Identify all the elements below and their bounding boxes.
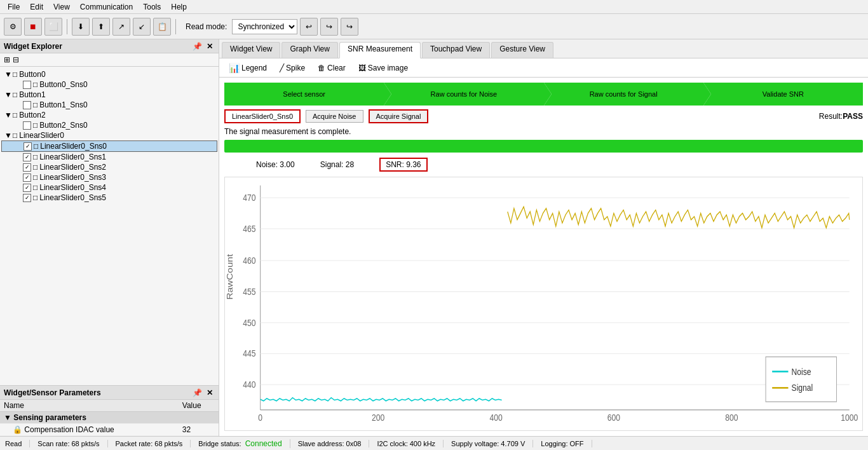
tree-label-ls0: LinearSlider0	[19, 131, 217, 140]
tree-item-ls0_sns1[interactable]: □ LinearSlider0_Sns1	[1, 152, 217, 162]
sensor-name-button[interactable]: LinearSlider0_Sns0	[224, 109, 301, 123]
tree-arrow-btn0[interactable]: ▼	[4, 70, 13, 79]
tree-item-ls0[interactable]: ▼□ LinearSlider0	[1, 130, 217, 140]
up-button[interactable]: ⬆	[92, 18, 110, 36]
tree-item-btn1[interactable]: ▼□ Button1	[1, 90, 217, 100]
tree-item-btn0_sns0[interactable]: □ Button0_Sns0	[1, 79, 217, 90]
params-col-name: Name	[0, 400, 179, 412]
clear-button[interactable]: 🗑 Clear	[313, 62, 350, 74]
tab-graph-view[interactable]: Graph View	[281, 42, 337, 58]
clear-icon: 🗑	[318, 64, 325, 72]
tree-item-ls0_sns0[interactable]: □ LinearSlider0_Sns0	[1, 140, 217, 152]
main-layout: Widget Explorer 📌 ✕ ⊞ ⊟ ▼□ Button0□ Butt…	[0, 39, 868, 436]
close-icon[interactable]: ✕	[205, 41, 215, 51]
down-button[interactable]: ⬇	[72, 18, 90, 36]
save-image-icon: 🖼	[358, 64, 366, 72]
snr-value-text: 9.36	[406, 160, 421, 169]
tree-node-icon-btn1: □	[13, 90, 17, 99]
tab-widget-view[interactable]: Widget View	[222, 42, 280, 58]
tree-label-ls0_sns4: LinearSlider0_Sns4	[39, 183, 217, 192]
tree-label-btn1_sns0: Button1_Sns0	[39, 100, 217, 109]
params-name: Compensation IDAC value	[24, 425, 114, 434]
tree-item-ls0_sns5[interactable]: □ LinearSlider0_Sns5	[1, 193, 217, 203]
params-section-label: Sensing parameters	[13, 413, 86, 422]
expand-all-icon[interactable]: ⊞	[4, 55, 10, 64]
snr-label: SNR:	[386, 160, 404, 169]
step-1: Raw counts for Noise	[384, 83, 543, 106]
tree-item-btn2_sns0[interactable]: □ Button2_Sns0	[1, 120, 217, 130]
legend-label: Legend	[241, 64, 267, 72]
tree-label-ls0_sns0: LinearSlider0_Sns0	[40, 142, 217, 151]
step-0: Select sensor	[224, 83, 384, 106]
export-button[interactable]: ↗	[112, 18, 130, 36]
tree-node-icon-btn1_sns0: □	[33, 100, 37, 109]
status-read: Read	[5, 440, 30, 447]
tree-item-ls0_sns2[interactable]: □ LinearSlider0_Sns2	[1, 162, 217, 172]
tree-item-ls0_sns4[interactable]: □ LinearSlider0_Sns4	[1, 182, 217, 193]
tab-snr-measurement[interactable]: SNR Measurement	[339, 42, 421, 58]
menu-communication[interactable]: Communication	[75, 1, 138, 13]
snr-toolbar: 📊 Legend ╱ Spike 🗑 Clear 🖼 Save image	[219, 58, 868, 78]
save-image-button[interactable]: 🖼 Save image	[354, 62, 412, 74]
tree-checkbox-btn2_sns0[interactable]	[23, 121, 31, 130]
step-2: Raw counts for Signal	[544, 83, 703, 106]
chart-area: 470 465 460 455 450 445 440	[224, 177, 863, 431]
tree-label-btn0_sns0: Button0_Sns0	[39, 80, 217, 89]
tree-toolbar: ⊞ ⊟	[0, 53, 219, 67]
tree-arrow-ls0[interactable]: ▼	[4, 131, 13, 140]
report-button[interactable]: 📋	[153, 18, 171, 36]
tree-checkbox-ls0_sns1[interactable]	[23, 153, 31, 161]
read-mode-select[interactable]: SynchronizedFree Running	[232, 19, 297, 34]
acquire-signal-button[interactable]: Acquire Signal	[369, 109, 429, 123]
params-pin-icon[interactable]: 📌	[192, 388, 202, 398]
tree-arrow-btn2[interactable]: ▼	[4, 111, 13, 119]
menu-view[interactable]: View	[48, 1, 75, 13]
svg-text:Signal: Signal	[792, 382, 813, 393]
params-close-icon[interactable]: ✕	[205, 388, 215, 398]
tree-label-ls0_sns5: LinearSlider0_Sns5	[39, 193, 217, 202]
import-button[interactable]: ↙	[133, 18, 151, 36]
redo-button[interactable]: ↪	[320, 18, 338, 36]
tree-checkbox-ls0_sns5[interactable]	[23, 194, 31, 202]
tree-checkbox-ls0_sns3[interactable]	[23, 174, 31, 182]
signal-value: 28	[346, 160, 354, 169]
menu-edit[interactable]: Edit	[25, 1, 48, 13]
tab-gesture-view[interactable]: Gesture View	[491, 42, 553, 58]
svg-rect-24	[766, 357, 836, 402]
signal-metric: Signal: 28	[320, 160, 354, 169]
metrics-row: Noise: 3.00 Signal: 28 SNR: 9.36	[224, 156, 863, 173]
tree-item-btn2[interactable]: ▼□ Button2	[1, 110, 217, 120]
spike-button[interactable]: ╱ Spike	[275, 62, 309, 74]
status-scan-rate: Scan rate: 68 pkts/s	[30, 440, 107, 447]
acquire-noise-button[interactable]: Acquire Noise	[306, 110, 363, 123]
tree-arrow-btn1[interactable]: ▼	[4, 90, 13, 99]
tree-label-ls0_sns3: LinearSlider0_Sns3	[39, 173, 217, 182]
tree-item-ls0_sns3[interactable]: □ LinearSlider0_Sns3	[1, 172, 217, 182]
pin-icon[interactable]: 📌	[192, 41, 202, 51]
menu-tools[interactable]: Tools	[138, 1, 166, 13]
chart-svg: 470 465 460 455 450 445 440	[225, 177, 862, 430]
tree-node-icon-ls0_sns4: □	[33, 183, 37, 192]
legend-button[interactable]: 📊 Legend	[224, 61, 271, 75]
collapse-all-icon[interactable]: ⊟	[13, 55, 19, 64]
settings-button[interactable]: ⚙	[4, 18, 22, 36]
tree-node-icon-btn0: □	[13, 70, 17, 79]
tree-label-btn2_sns0: Button2_Sns0	[39, 121, 217, 130]
tree-checkbox-btn0_sns0[interactable]	[23, 81, 31, 89]
tree-item-btn1_sns0[interactable]: □ Button1_Sns0	[1, 100, 217, 110]
undo-button[interactable]: ↩	[300, 18, 318, 36]
tree-checkbox-btn1_sns0[interactable]	[23, 101, 31, 109]
params-row: 🔒 Compensation IDAC value 32	[0, 424, 219, 436]
menu-file[interactable]: File	[3, 1, 25, 13]
pause-button[interactable]: ⬜	[44, 18, 62, 36]
left-panel: Widget Explorer 📌 ✕ ⊞ ⊟ ▼□ Button0□ Butt…	[0, 39, 219, 436]
tree-checkbox-ls0_sns2[interactable]	[23, 163, 31, 172]
tree-checkbox-ls0_sns0[interactable]	[24, 142, 32, 151]
menu-help[interactable]: Help	[166, 1, 192, 13]
tree-label-btn1: Button1	[19, 90, 217, 99]
tree-item-btn0[interactable]: ▼□ Button0	[1, 69, 217, 79]
stop-button[interactable]: ⏹	[24, 18, 42, 36]
redo2-button[interactable]: ↪	[341, 18, 358, 36]
tree-checkbox-ls0_sns4[interactable]	[23, 184, 31, 192]
tab-touchpad-view[interactable]: Touchpad View	[422, 42, 490, 58]
